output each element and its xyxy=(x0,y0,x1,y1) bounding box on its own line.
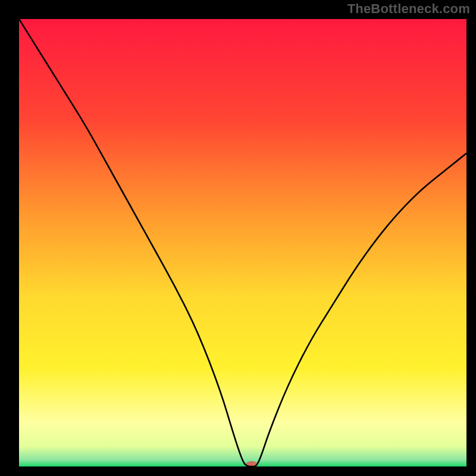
gradient-background xyxy=(19,19,466,466)
chart-frame: TheBottleneck.com xyxy=(0,0,476,476)
bottleneck-chart-svg xyxy=(19,19,466,466)
plot-area xyxy=(19,19,466,466)
watermark-label: TheBottleneck.com xyxy=(347,1,470,17)
